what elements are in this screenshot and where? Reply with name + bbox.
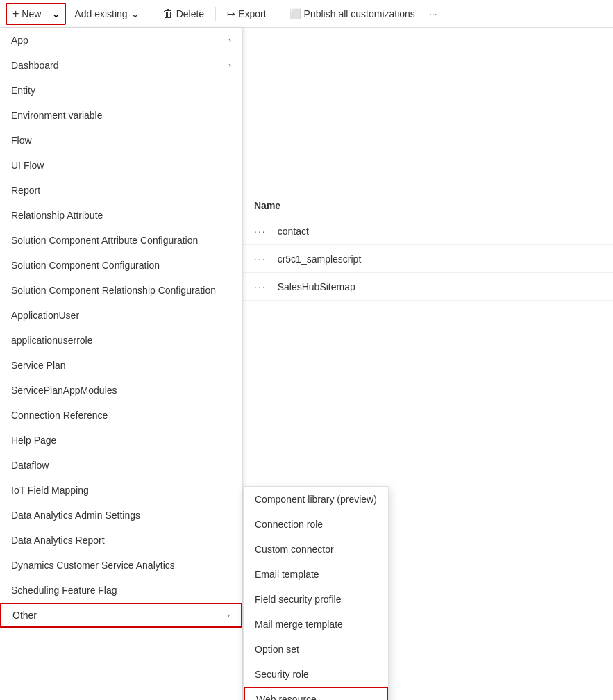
top-spacer <box>243 28 613 111</box>
menu-item-report[interactable]: Report <box>0 178 242 203</box>
menu-item-scheduling[interactable]: Scheduling Feature Flag <box>0 578 242 603</box>
delete-button[interactable]: 🗑 Delete <box>157 3 210 25</box>
delete-icon: 🗑 <box>162 8 174 20</box>
app-chevron-icon: › <box>228 35 231 45</box>
menu-item-connection-reference-label: Connection Reference <box>11 410 108 421</box>
publish-all-label: Publish all customizations <box>304 8 415 19</box>
menu-item-other[interactable]: Other › <box>0 603 242 628</box>
publish-icon: ⬜ <box>289 8 301 19</box>
delete-label: Delete <box>176 8 204 19</box>
menu-item-service-plan[interactable]: Service Plan <box>0 353 242 378</box>
chevron-down-icon <box>51 7 60 20</box>
menu-item-help-page[interactable]: Help Page <box>0 428 242 453</box>
menu-item-flow-label: Flow <box>11 135 32 146</box>
submenu-item-component-library[interactable]: Component library (preview) <box>244 487 388 512</box>
menu-item-connection-reference[interactable]: Connection Reference <box>0 403 242 428</box>
submenu-item-web-resource[interactable]: Web resource <box>244 687 388 700</box>
submenu-item-mail-merge-template-label: Mail merge template <box>255 619 343 630</box>
row-value-3: SalesHubSitemap <box>278 281 355 292</box>
export-label: Export <box>238 8 266 19</box>
submenu-item-email-template-label: Email template <box>255 569 319 580</box>
dashboard-chevron-icon: › <box>228 60 231 70</box>
more-button[interactable]: ··· <box>423 3 443 25</box>
menu-item-iot-field-mapping-label: IoT Field Mapping <box>11 485 89 496</box>
other-submenu: Component library (preview) Connection r… <box>243 486 389 700</box>
new-button-wrapper: + New <box>6 3 66 25</box>
menu-item-dashboard[interactable]: Dashboard › <box>0 53 242 78</box>
menu-item-serviceplan-appmodules-label: ServicePlanAppModules <box>11 385 117 396</box>
submenu-item-connection-role[interactable]: Connection role <box>244 512 388 537</box>
menu-item-report-label: Report <box>11 185 40 196</box>
table-row[interactable]: ··· contact <box>243 217 613 245</box>
table-row[interactable]: ··· SalesHubSitemap <box>243 273 613 301</box>
toolbar-divider-3 <box>278 7 278 21</box>
add-existing-label: Add existing <box>74 8 127 19</box>
submenu-item-field-security-profile-label: Field security profile <box>255 594 342 605</box>
menu-item-solution-component-relationship[interactable]: Solution Component Relationship Configur… <box>0 278 242 303</box>
menu-item-solution-component-attribute-label: Solution Component Attribute Configurati… <box>11 235 198 246</box>
submenu-item-connection-role-label: Connection role <box>255 519 323 530</box>
other-chevron-icon: › <box>227 610 230 620</box>
more-label: ··· <box>429 8 437 19</box>
menu-item-app[interactable]: App › <box>0 28 242 53</box>
menu-item-solution-component-config[interactable]: Solution Component Configuration <box>0 253 242 278</box>
add-existing-button[interactable]: Add existing <box>69 3 144 25</box>
row-value-1: contact <box>278 226 309 237</box>
menu-item-solution-component-relationship-label: Solution Component Relationship Configur… <box>11 285 216 296</box>
new-button[interactable]: + New <box>7 4 47 24</box>
submenu-item-custom-connector[interactable]: Custom connector <box>244 537 388 562</box>
submenu-item-web-resource-label: Web resource <box>256 694 317 700</box>
row-ellipsis-2[interactable]: ··· <box>254 253 267 265</box>
toolbar-divider-2 <box>215 7 216 21</box>
menu-item-dynamics-customer-label: Dynamics Customer Service Analytics <box>11 560 175 571</box>
new-button-label: New <box>22 8 41 19</box>
menu-item-scheduling-label: Scheduling Feature Flag <box>11 585 117 596</box>
menu-item-solution-component-attribute[interactable]: Solution Component Attribute Configurati… <box>0 228 242 253</box>
menu-item-applicationuserrole[interactable]: applicationuserrole <box>0 328 242 353</box>
export-button[interactable]: ↦ Export <box>221 3 271 25</box>
row-ellipsis-1[interactable]: ··· <box>254 226 267 237</box>
menu-item-serviceplan-appmodules[interactable]: ServicePlanAppModules <box>0 378 242 403</box>
menu-item-service-plan-label: Service Plan <box>11 360 66 371</box>
menu-item-dataflow[interactable]: Dataflow <box>0 453 242 478</box>
menu-item-environment-variable[interactable]: Environment variable <box>0 103 242 128</box>
submenu-item-security-role-label: Security role <box>255 669 309 680</box>
new-button-chevron[interactable] <box>47 4 65 24</box>
menu-item-app-label: App <box>11 35 28 46</box>
submenu-item-option-set[interactable]: Option set <box>244 637 388 662</box>
name-column-header: Name <box>254 200 280 211</box>
table-row[interactable]: ··· cr5c1_samplescript <box>243 245 613 273</box>
main-layout: App › Dashboard › Entity Environment var… <box>0 28 613 700</box>
row-ellipsis-3[interactable]: ··· <box>254 281 267 292</box>
plus-icon: + <box>12 8 19 20</box>
menu-item-entity-label: Entity <box>11 85 35 96</box>
submenu-item-custom-connector-label: Custom connector <box>255 544 334 555</box>
menu-item-dashboard-label: Dashboard <box>11 60 59 71</box>
menu-item-relationship-attribute[interactable]: Relationship Attribute <box>0 203 242 228</box>
menu-item-iot-field-mapping[interactable]: IoT Field Mapping <box>0 478 242 503</box>
menu-item-ui-flow[interactable]: UI Flow <box>0 153 242 178</box>
menu-item-data-analytics-report[interactable]: Data Analytics Report <box>0 528 242 553</box>
publish-all-button[interactable]: ⬜ Publish all customizations <box>284 3 421 25</box>
menu-item-data-analytics-report-label: Data Analytics Report <box>11 535 105 546</box>
menu-item-environment-variable-label: Environment variable <box>11 110 103 121</box>
toolbar-divider-1 <box>151 7 151 21</box>
submenu-item-mail-merge-template[interactable]: Mail merge template <box>244 612 388 637</box>
menu-item-other-label: Other <box>12 610 37 621</box>
add-existing-chevron-icon <box>131 7 140 20</box>
table-header: Name <box>243 194 613 217</box>
menu-item-help-page-label: Help Page <box>11 435 56 446</box>
menu-item-flow[interactable]: Flow <box>0 128 242 153</box>
menu-item-application-user[interactable]: ApplicationUser <box>0 303 242 328</box>
menu-item-data-analytics-admin-label: Data Analytics Admin Settings <box>11 510 140 521</box>
submenu-item-security-role[interactable]: Security role <box>244 662 388 687</box>
menu-item-entity[interactable]: Entity <box>0 78 242 103</box>
submenu-item-field-security-profile[interactable]: Field security profile <box>244 587 388 612</box>
menu-item-solution-component-config-label: Solution Component Configuration <box>11 260 160 271</box>
menu-item-dataflow-label: Dataflow <box>11 460 49 471</box>
menu-item-dynamics-customer[interactable]: Dynamics Customer Service Analytics <box>0 553 242 578</box>
submenu-item-email-template[interactable]: Email template <box>244 562 388 587</box>
menu-item-data-analytics-admin[interactable]: Data Analytics Admin Settings <box>0 503 242 528</box>
menu-item-relationship-attribute-label: Relationship Attribute <box>11 210 103 221</box>
submenu-item-option-set-label: Option set <box>255 644 299 655</box>
